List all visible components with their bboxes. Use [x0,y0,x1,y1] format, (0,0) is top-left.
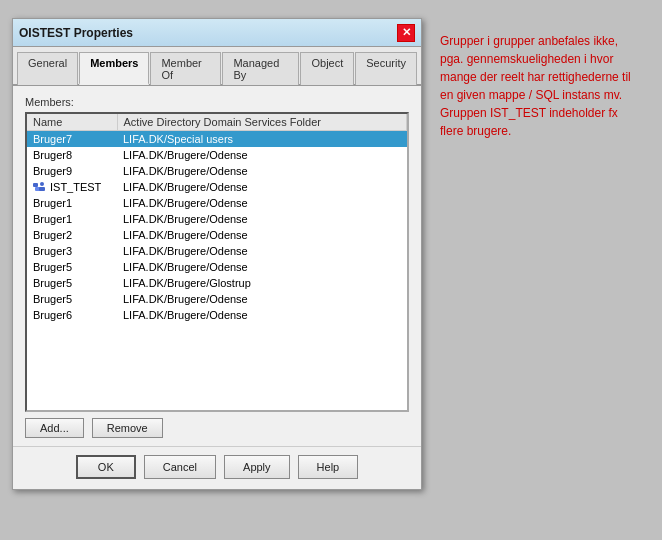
table-row[interactable]: Bruger1LIFA.DK/Brugere/Odense [27,211,407,227]
member-name: Bruger7 [27,131,117,148]
table-row[interactable]: Bruger5LIFA.DK/Brugere/Glostrup [27,275,407,291]
member-name: Bruger9 [27,163,117,179]
member-name: Bruger2 [27,227,117,243]
members-table-container[interactable]: Name Active Directory Domain Services Fo… [25,112,409,412]
table-row[interactable]: Bruger8LIFA.DK/Brugere/Odense [27,147,407,163]
group-icon [33,181,47,193]
svg-point-2 [40,182,44,186]
remove-button[interactable]: Remove [92,418,163,438]
member-name: IST_TEST [27,179,117,195]
member-name: Bruger5 [27,275,117,291]
member-path: LIFA.DK/Brugere/Odense [117,179,407,195]
member-path: LIFA.DK/Brugere/Odense [117,147,407,163]
col-name-header: Name [27,114,117,131]
tab-content: Members: Name Active Directory Domain Se… [13,86,421,446]
tab-member-of[interactable]: Member Of [150,52,221,85]
ok-button[interactable]: OK [76,455,136,479]
tab-bar: General Members Member Of Managed By Obj… [13,47,421,86]
table-row[interactable]: Bruger9LIFA.DK/Brugere/Odense [27,163,407,179]
tab-security[interactable]: Security [355,52,417,85]
dialog-title: OISTEST Properties [19,26,133,40]
add-button[interactable]: Add... [25,418,84,438]
tab-managed-by[interactable]: Managed By [222,52,299,85]
cancel-button[interactable]: Cancel [144,455,216,479]
table-row[interactable]: Bruger7LIFA.DK/Special users [27,131,407,148]
add-remove-row: Add... Remove [25,418,409,438]
member-name: Bruger1 [27,195,117,211]
dialog-footer: OK Cancel Apply Help [13,446,421,489]
member-path: LIFA.DK/Brugere/Odense [117,227,407,243]
member-name: Bruger6 [27,307,117,323]
table-row[interactable]: Bruger6LIFA.DK/Brugere/Odense [27,307,407,323]
apply-button[interactable]: Apply [224,455,290,479]
member-path: LIFA.DK/Special users [117,131,407,148]
member-path: LIFA.DK/Brugere/Odense [117,211,407,227]
member-path: LIFA.DK/Brugere/Glostrup [117,275,407,291]
member-path: LIFA.DK/Brugere/Odense [117,195,407,211]
member-name: Bruger3 [27,243,117,259]
member-path: LIFA.DK/Brugere/Odense [117,291,407,307]
table-row[interactable]: Bruger2LIFA.DK/Brugere/Odense [27,227,407,243]
help-button[interactable]: Help [298,455,359,479]
tab-object[interactable]: Object [300,52,354,85]
member-name: Bruger5 [27,259,117,275]
member-name: Bruger8 [27,147,117,163]
table-row[interactable]: Bruger5LIFA.DK/Brugere/Odense [27,291,407,307]
member-name: Bruger5 [27,291,117,307]
member-path: LIFA.DK/Brugere/Odense [117,259,407,275]
properties-dialog: OISTEST Properties ✕ General Members Mem… [12,18,422,490]
table-row[interactable]: IST_TESTLIFA.DK/Brugere/Odense [27,179,407,195]
table-row[interactable]: Bruger1LIFA.DK/Brugere/Odense [27,195,407,211]
member-name: Bruger1 [27,211,117,227]
svg-rect-0 [33,183,38,187]
members-label: Members: [25,96,409,108]
close-button[interactable]: ✕ [397,24,415,42]
title-bar: OISTEST Properties ✕ [13,19,421,47]
col-path-header: Active Directory Domain Services Folder [117,114,407,131]
member-path: LIFA.DK/Brugere/Odense [117,163,407,179]
tab-members[interactable]: Members [79,52,149,85]
member-path: LIFA.DK/Brugere/Odense [117,243,407,259]
annotation-text: Grupper i grupper anbefales ikke, pga. g… [440,34,631,138]
svg-rect-3 [39,187,45,191]
tab-general[interactable]: General [17,52,78,85]
table-row[interactable]: Bruger3LIFA.DK/Brugere/Odense [27,243,407,259]
table-row[interactable]: Bruger5LIFA.DK/Brugere/Odense [27,259,407,275]
members-table: Name Active Directory Domain Services Fo… [27,114,407,323]
annotation-panel: Grupper i grupper anbefales ikke, pga. g… [422,18,642,150]
member-path: LIFA.DK/Brugere/Odense [117,307,407,323]
